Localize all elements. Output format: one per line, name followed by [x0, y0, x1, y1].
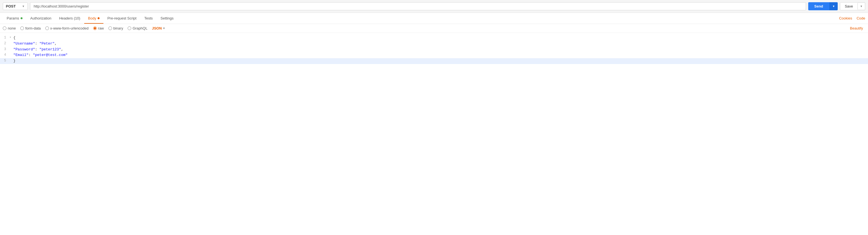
code-key-password: "Password" — [13, 47, 35, 52]
line-expand-2 — [9, 41, 13, 46]
code-line-5: 5 } — [0, 58, 868, 64]
save-button[interactable]: Save — [840, 2, 858, 10]
option-form-data[interactable]: form-data — [20, 26, 41, 30]
tab-headers[interactable]: Headers (10) — [55, 13, 84, 24]
option-raw[interactable]: raw — [93, 26, 104, 30]
body-options-row: none form-data x-www-form-urlencoded raw… — [0, 24, 868, 33]
form-data-label: form-data — [25, 26, 41, 30]
code-link[interactable]: Code — [857, 13, 865, 24]
params-dot — [21, 17, 23, 19]
pre-request-script-label: Pre-request Script — [107, 16, 136, 20]
tab-tests[interactable]: Tests — [141, 13, 157, 24]
send-dropdown-button[interactable]: ▼ — [829, 2, 838, 10]
binary-label: binary — [114, 26, 123, 30]
code-content-3: "Password": "peter123", — [13, 47, 63, 53]
line-number-2: 2 — [1, 41, 9, 46]
method-selector[interactable]: POST ▼ — [3, 2, 28, 10]
option-graphql[interactable]: GraphQL — [128, 26, 147, 30]
code-line-3: 3 "Password": "peter123", — [0, 47, 868, 53]
code-content-5: } — [13, 58, 16, 64]
body-label: Body — [88, 16, 96, 20]
editor-area[interactable]: 1 ▾ { 2 "Username": "Peter", 3 "Password… — [0, 33, 868, 66]
save-dropdown-button[interactable]: ▼ — [858, 3, 865, 9]
graphql-label: GraphQL — [133, 26, 147, 30]
option-x-www-form-urlencoded[interactable]: x-www-form-urlencoded — [45, 26, 89, 30]
line-number-1: 1 — [1, 35, 9, 41]
body-dot — [98, 17, 99, 19]
headers-label: Headers (10) — [59, 16, 80, 20]
radio-graphql[interactable] — [128, 26, 131, 30]
code-content-4: "Email": "peter@test.com" — [13, 52, 68, 58]
option-none[interactable]: none — [3, 26, 16, 30]
send-button-group: Send ▼ — [808, 2, 838, 10]
radio-form-data[interactable] — [20, 26, 24, 30]
code-val-email: "peter@test.com" — [33, 53, 68, 57]
radio-raw[interactable] — [93, 26, 97, 30]
url-input[interactable] — [30, 2, 806, 10]
tests-label: Tests — [144, 16, 153, 20]
tab-params[interactable]: Params — [3, 13, 26, 24]
tabs-row: Params Authorization Headers (10) Body P… — [0, 13, 868, 24]
tab-settings[interactable]: Settings — [157, 13, 177, 24]
tab-body[interactable]: Body — [84, 13, 104, 24]
json-label: JSON — [152, 26, 161, 30]
line-number-3: 3 — [1, 47, 9, 52]
cookies-link[interactable]: Cookies — [839, 13, 852, 24]
line-expand-3 — [9, 47, 13, 52]
code-line-4: 4 "Email": "peter@test.com" — [0, 52, 868, 58]
option-binary[interactable]: binary — [108, 26, 123, 30]
json-dropdown-arrow: ▼ — [163, 27, 165, 30]
code-line-1: 1 ▾ { — [0, 35, 868, 41]
radio-x-www-form-urlencoded[interactable] — [45, 26, 49, 30]
code-line-2: 2 "Username": "Peter", — [0, 41, 868, 47]
save-button-group: Save ▼ — [840, 2, 865, 10]
code-val-password: "peter123" — [39, 47, 61, 52]
authorization-label: Authorization — [30, 16, 52, 20]
raw-label: raw — [98, 26, 104, 30]
none-label: none — [8, 26, 16, 30]
tab-pre-request-script[interactable]: Pre-request Script — [103, 13, 141, 24]
line-number-5: 5 — [1, 58, 9, 63]
method-dropdown-arrow: ▼ — [22, 5, 25, 8]
code-content-2: "Username": "Peter", — [13, 41, 57, 47]
line-expand-1[interactable]: ▾ — [9, 35, 13, 40]
radio-none[interactable] — [3, 26, 6, 30]
code-content-1: { — [13, 35, 16, 41]
top-bar: POST ▼ Send ▼ Save ▼ — [0, 0, 868, 13]
method-label: POST — [6, 4, 16, 8]
json-type-selector[interactable]: JSON ▼ — [152, 26, 165, 30]
radio-binary[interactable] — [108, 26, 112, 30]
code-key-email: "Email" — [13, 53, 29, 57]
code-val-username: "Peter" — [39, 42, 55, 46]
settings-label: Settings — [160, 16, 174, 20]
beautify-button[interactable]: Beautify — [848, 26, 865, 30]
line-number-4: 4 — [1, 52, 9, 58]
tab-authorization[interactable]: Authorization — [26, 13, 55, 24]
send-button[interactable]: Send — [808, 2, 829, 10]
x-www-form-urlencoded-label: x-www-form-urlencoded — [50, 26, 89, 30]
line-expand-5 — [9, 58, 13, 63]
params-label: Params — [7, 16, 19, 20]
line-expand-4 — [9, 52, 13, 57]
code-key-username: "Username" — [13, 42, 35, 46]
tab-right-items: Cookies Code — [839, 13, 865, 24]
